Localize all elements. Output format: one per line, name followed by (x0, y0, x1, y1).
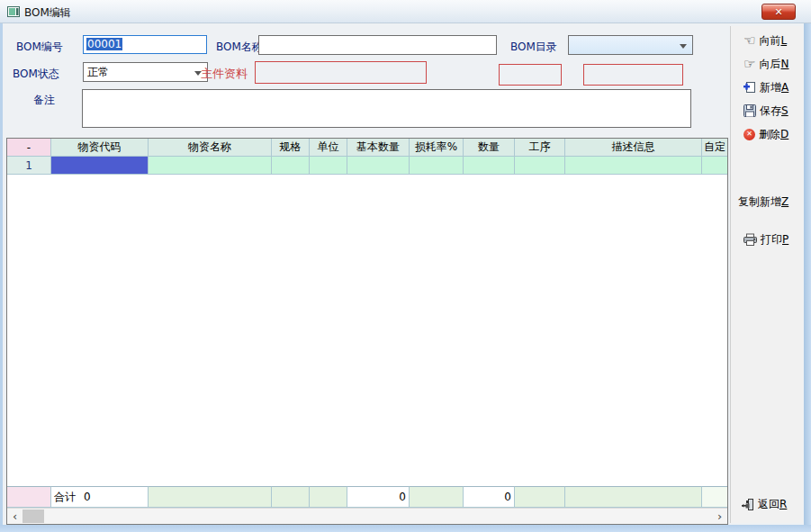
save-button[interactable]: 保存S (743, 103, 788, 119)
header-description[interactable]: 描述信息 (565, 139, 702, 157)
copy-add-mnemonic: Z (781, 195, 788, 208)
bom-detail-grid: - 物资代码 物资名称 规格 单位 基本数量 损耗率% 数量 工序 描述信息 自… (6, 138, 728, 525)
total-loss-rate (410, 486, 464, 508)
titlebar[interactable]: BOM编辑 ✕ (0, 0, 811, 23)
bom-status-value: 正常 (87, 66, 109, 78)
bom-name-input[interactable] (258, 35, 497, 55)
print-mnemonic: P (782, 233, 788, 246)
scrollbar-track[interactable] (44, 509, 712, 524)
bom-status-combo[interactable]: 正常 (83, 62, 208, 82)
close-button[interactable]: ✕ (761, 4, 796, 20)
cell-spec[interactable] (272, 157, 310, 175)
total-label-cell: 合计 0 (51, 486, 149, 508)
add-label: 新增 (760, 81, 781, 94)
copy-add-label: 复制新增 (738, 195, 781, 208)
main-part-box-2[interactable] (499, 64, 562, 86)
delete-x-glyph: ✕ (746, 131, 752, 138)
grid-empty-area (7, 175, 727, 486)
window-border-bottom (0, 525, 811, 532)
return-label: 返回 (758, 498, 779, 510)
new-document-icon (743, 81, 756, 94)
remark-textarea[interactable] (82, 89, 691, 128)
grid-row-1: 1 (7, 157, 727, 175)
header-spec[interactable]: 规格 (272, 139, 310, 157)
cell-description[interactable] (565, 157, 702, 175)
horizontal-scrollbar[interactable]: ‹ › (7, 508, 727, 524)
hand-left-icon: ☜ (743, 34, 755, 48)
chevron-down-icon (680, 44, 687, 49)
scroll-left-icon: ‹ (13, 510, 17, 522)
cell-unit[interactable] (310, 157, 347, 175)
cell-material-name[interactable] (149, 157, 272, 175)
close-icon: ✕ (774, 7, 782, 17)
cell-loss-rate[interactable] (410, 157, 464, 175)
main-part-label: 主件资料 (201, 66, 248, 82)
main-part-box-3[interactable] (583, 64, 683, 86)
bom-no-input[interactable]: 00001 (83, 35, 207, 54)
cell-base-qty[interactable] (347, 157, 410, 175)
cell-process[interactable] (515, 157, 565, 175)
prev-label: 向前 (759, 34, 780, 47)
header-qty[interactable]: 数量 (464, 139, 515, 157)
header-selector[interactable]: - (7, 139, 51, 157)
header-material-code[interactable]: 物资代码 (51, 139, 149, 157)
main-part-code-box[interactable] (255, 61, 427, 84)
grid-header-row: - 物资代码 物资名称 规格 单位 基本数量 损耗率% 数量 工序 描述信息 自… (7, 139, 727, 157)
add-mnemonic: A (781, 81, 788, 94)
scroll-right-button[interactable]: › (712, 509, 727, 524)
next-mnemonic: N (780, 58, 788, 70)
header-base-qty[interactable]: 基本数量 (347, 139, 410, 157)
header-unit[interactable]: 单位 (310, 139, 347, 157)
action-panel (730, 26, 803, 523)
bom-name-label: BOM名称 (216, 40, 263, 55)
header-material-name[interactable]: 物资名称 (149, 139, 272, 157)
bom-dir-combo[interactable] (568, 35, 693, 55)
row-selector[interactable]: 1 (7, 157, 51, 175)
scrollbar-thumb[interactable] (23, 509, 44, 523)
save-floppy-icon (743, 104, 756, 117)
prev-button[interactable]: ☜ 向前L (743, 32, 787, 49)
delete-label: 删除 (759, 128, 780, 140)
next-button[interactable]: ☞ 向后N (743, 56, 788, 72)
return-button[interactable]: 返回R (741, 496, 787, 512)
print-label: 打印 (761, 233, 782, 246)
print-button[interactable]: 打印P (743, 231, 788, 248)
total-label: 合计 (54, 490, 76, 505)
bom-dir-label: BOM目录 (510, 40, 557, 55)
scroll-right-icon: › (717, 510, 722, 522)
total-custom (702, 486, 727, 508)
save-mnemonic: S (781, 104, 788, 117)
delete-icon: ✕ (743, 129, 755, 140)
header-process[interactable]: 工序 (515, 139, 565, 157)
bom-edit-window: BOM编辑 ✕ BOM编号 00001 BOM名称 BOM目录 BOM状态 正常… (0, 0, 811, 532)
delete-mnemonic: D (780, 128, 788, 140)
total-unit (310, 486, 347, 508)
window-title: BOM编辑 (24, 5, 71, 21)
window-icon (7, 5, 20, 18)
save-label: 保存 (760, 104, 781, 117)
bom-no-label: BOM编号 (16, 40, 63, 55)
total-selector (7, 486, 51, 508)
copy-add-button[interactable]: 复制新增Z (738, 194, 788, 210)
total-count: 0 (84, 491, 91, 503)
exit-door-icon (741, 498, 754, 511)
header-loss-rate[interactable]: 损耗率% (410, 139, 464, 157)
total-process (515, 486, 565, 508)
add-button[interactable]: 新增A (743, 79, 788, 95)
next-label: 向后 (759, 58, 780, 70)
total-material-name (149, 486, 272, 508)
return-mnemonic: R (779, 498, 787, 510)
total-base-qty: 0 (347, 486, 410, 508)
cell-qty[interactable] (464, 157, 515, 175)
cell-material-code-selected[interactable] (51, 157, 149, 175)
window-border-right (804, 23, 811, 532)
scroll-left-button[interactable]: ‹ (7, 509, 23, 524)
cell-custom[interactable] (702, 157, 727, 175)
total-qty: 0 (464, 486, 515, 508)
bom-no-value: 00001 (86, 38, 122, 50)
prev-mnemonic: L (780, 34, 787, 47)
printer-icon (743, 233, 757, 246)
header-custom[interactable]: 自定 (702, 139, 727, 157)
bom-status-label: BOM状态 (13, 67, 59, 82)
delete-button[interactable]: ✕ 删除D (743, 126, 788, 142)
